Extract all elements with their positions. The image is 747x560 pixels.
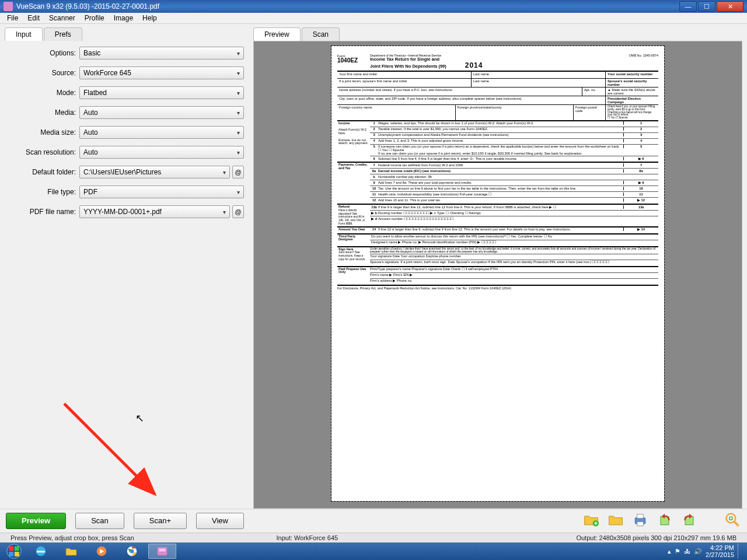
doc-sign-r2: Spouse's signature. If a joint return, b… (370, 260, 658, 264)
status-right: Output: 2480x3508 pixels 300 dpi 210x297… (569, 534, 743, 541)
menu-scanner[interactable]: Scanner (44, 13, 80, 23)
doc-l5c: If no one can claim you (or your spouse … (378, 152, 582, 155)
left-panel: Input Prefs Options: Basic Source: WorkF… (5, 27, 247, 509)
combo-mode[interactable]: Flatbed (79, 86, 244, 99)
field-source: Source: WorkForce 645 (8, 66, 244, 79)
combo-media[interactable]: Auto (79, 106, 244, 119)
doc-l4: Add lines 1, 2, and 3. This is your adju… (378, 139, 623, 142)
doc-sec-owe: Amount You Owe (338, 228, 365, 231)
field-filetype: File type: PDF (8, 186, 244, 198)
task-chrome[interactable] (118, 544, 146, 559)
doc-l7: Federal income tax withheld from Form(s)… (378, 163, 623, 167)
combo-filetype[interactable]: PDF (79, 186, 244, 198)
doc-ssn-note: ▲ Make sure the SSN(s) above are correct… (606, 88, 658, 96)
folder-icon[interactable] (607, 512, 624, 530)
combo-folder[interactable]: C:\Users\IEUser\Pictures (79, 166, 230, 178)
label-filetype: File type: (8, 188, 79, 196)
svg-rect-15 (159, 549, 166, 550)
system-tray[interactable]: ▴ ⚑ 🖧 🔊 4:22 PM 2/27/2015 (668, 544, 745, 559)
task-vuescan[interactable] (148, 544, 176, 559)
doc-l13b: Routing number ☐☐☐☐☐☐☐☐☐ ▶ c Type: ☐ Che… (378, 211, 623, 215)
field-folder: Default folder: C:\Users\IEUser\Pictures… (8, 166, 244, 178)
combo-scanres[interactable]: Auto (79, 146, 244, 159)
doc-sec-income: Income (338, 121, 350, 125)
tab-scan[interactable]: Scan (302, 27, 340, 41)
doc-l13d: Account number ☐☐☐☐☐☐☐☐☐☐☐☐☐☐☐☐☐ (378, 217, 623, 220)
doc-spouse-ssn: Spouse's social security number (606, 79, 658, 87)
taskbar: ▴ ⚑ 🖧 🔊 4:22 PM 2/27/2015 (0, 542, 747, 560)
zoom-in-icon[interactable] (724, 512, 741, 530)
tray-network-icon[interactable]: 🖧 (684, 548, 690, 555)
combo-mediasize[interactable]: Auto (79, 126, 244, 139)
app-icon (4, 2, 13, 11)
scan-button[interactable]: Scan (75, 513, 124, 529)
doc-prep-r3: Firm's address ▶ Phone no. (370, 279, 658, 282)
menu-file[interactable]: File (2, 13, 23, 23)
browse-folder-button[interactable]: @ (232, 166, 244, 178)
doc-tpd: Do you want to allow another person to d… (370, 235, 658, 238)
doc-sec-pay: Payments, Credits, and Tax (338, 163, 368, 170)
task-ie[interactable] (27, 544, 55, 559)
label-source: Source: (8, 69, 79, 77)
task-media[interactable] (88, 544, 116, 559)
rotate-right-icon[interactable] (680, 512, 698, 530)
doc-l13a: If line 9 is larger than line 12, subtra… (378, 205, 623, 209)
scanplus-button[interactable]: Scan+ (134, 513, 187, 529)
doc-foreign-ctry: Foreign country name (337, 105, 456, 120)
rotate-left-icon[interactable] (656, 512, 673, 530)
doc-sec-sign: Sign Here (338, 247, 354, 251)
label-scanres: Scan resolution: (8, 148, 79, 156)
doc-title1: Income Tax Return for Single and (370, 57, 439, 62)
doc-sec-prep: Paid Preparer Use Only (338, 267, 366, 274)
left-tabs: Input Prefs (5, 27, 247, 41)
start-button[interactable] (2, 542, 26, 560)
menu-profile[interactable]: Profile (80, 13, 109, 23)
doc-aptno: Apt. no. (582, 88, 606, 96)
field-mediasize: Media size: Auto (8, 126, 244, 139)
doc-l11: Health care: individual responsibility (… (378, 192, 623, 196)
close-button[interactable]: ✕ (717, 1, 743, 12)
minimize-button[interactable]: — (679, 1, 697, 12)
printer-icon[interactable] (631, 512, 649, 530)
doc-title2: Joint Filers With No Dependents (99) (370, 64, 446, 69)
tray-clock[interactable]: 4:22 PM 2/27/2015 (706, 544, 734, 558)
menu-help[interactable]: Help (138, 13, 162, 23)
label-pdfname: PDF file name: (8, 208, 79, 216)
browse-pdfname-button[interactable]: @ (232, 205, 244, 218)
combo-options[interactable]: Basic (79, 47, 244, 60)
status-left: Press Preview, adjust crop box, press Sc… (4, 534, 141, 541)
tab-preview[interactable]: Preview (253, 27, 301, 41)
app-window: VueScan 9 x32 (9.5.03) -2015-02-27-0001.… (0, 0, 747, 542)
tray-flag-icon[interactable]: ⚑ (675, 548, 680, 555)
combo-source[interactable]: WorkForce 645 (79, 66, 244, 79)
svg-rect-16 (159, 551, 166, 551)
doc-foreign-prov: Foreign province/state/county (456, 105, 574, 120)
doc-footer: For Disclosure, Privacy Act, and Paperwo… (337, 286, 658, 290)
doc-pec-you: ☐ You ☐ Spouse (608, 116, 628, 119)
menu-edit[interactable]: Edit (23, 13, 44, 23)
doc-l10: Tax. Use the amount on line 6 above to f… (378, 187, 623, 190)
tab-input[interactable]: Input (5, 27, 43, 41)
task-explorer[interactable] (57, 544, 85, 559)
doc-foreign-post: Foreign postal code (574, 105, 606, 120)
combo-pdfname[interactable]: YYYY-MM-DD-0001+.pdf (79, 205, 230, 218)
preview-area[interactable]: Form 1040EZ Department of the Treasury—I… (253, 41, 742, 509)
doc-prep-r1: Print/Type preparer's name Preparer's si… (370, 267, 658, 271)
menu-image[interactable]: Image (109, 13, 138, 23)
preview-button[interactable]: Preview (6, 513, 66, 529)
field-pdfname: PDF file name: YYYY-MM-DD-0001+.pdf @ (8, 205, 244, 218)
titlebar[interactable]: VueScan 9 x32 (9.5.03) -2015-02-27-0001.… (0, 0, 747, 13)
folder-add-icon[interactable] (582, 512, 600, 530)
doc-l8b: Nontaxable combat pay election. 8b (378, 175, 623, 178)
doc-sign-r1: Your signature Date Your occupation Dayt… (370, 254, 658, 258)
doc-spouse-last: Last name (472, 79, 606, 87)
doc-omb: OMB No. 1545-0074 (617, 54, 658, 69)
tray-chevron-icon[interactable]: ▴ (668, 548, 671, 555)
menubar: File Edit Scanner Profile Image Help (0, 13, 747, 24)
field-options: Options: Basic (8, 47, 244, 60)
maximize-button[interactable]: ☐ (698, 1, 715, 12)
tray-volume-icon[interactable]: 🔊 (694, 548, 702, 555)
tab-prefs[interactable]: Prefs (44, 27, 82, 41)
show-desktop-button[interactable] (738, 544, 742, 559)
view-button[interactable]: View (196, 513, 244, 529)
